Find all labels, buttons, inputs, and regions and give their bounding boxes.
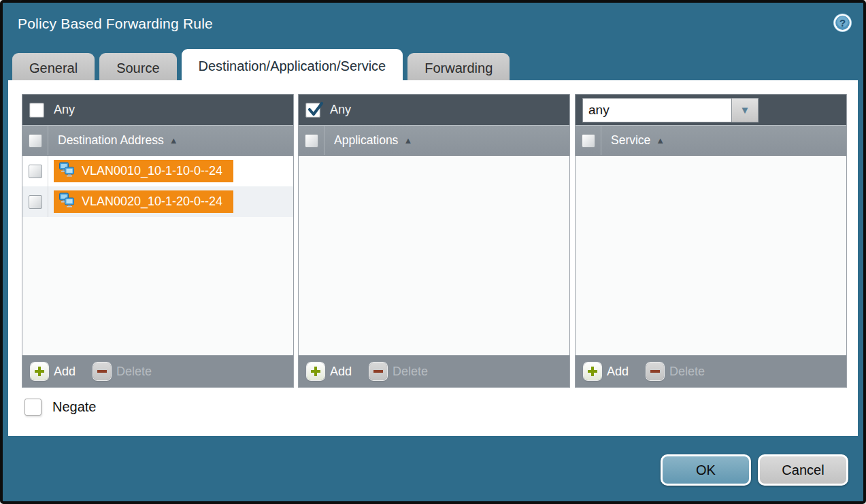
cancel-button[interactable]: Cancel <box>758 454 848 486</box>
plus-icon <box>307 363 324 380</box>
service-column-header[interactable]: Service ▲ <box>576 125 846 156</box>
service-header-label: Service <box>611 133 650 148</box>
add-button[interactable]: Add <box>31 363 76 380</box>
plus-icon <box>584 363 601 380</box>
destination-any-bar: Any <box>22 95 293 125</box>
sort-ascending-icon: ▲ <box>656 135 665 146</box>
destination-address-column: Any Destination Address ▲ <box>22 94 294 388</box>
tab-destination-application-service[interactable]: Destination/Application/Service <box>182 49 403 83</box>
service-dropdown-value[interactable]: any <box>582 98 732 122</box>
applications-header-label: Applications <box>334 133 398 148</box>
tab-source[interactable]: Source <box>99 53 176 83</box>
delete-button: Delete <box>646 363 705 380</box>
add-button[interactable]: Add <box>307 363 352 380</box>
destination-address-label: VLAN0010_10-1-10-0--24 <box>82 164 222 178</box>
help-icon[interactable]: ? <box>833 13 852 33</box>
policy-based-forwarding-dialog: Policy Based Forwarding Rule ? General S… <box>0 0 866 504</box>
row-checkbox[interactable] <box>29 165 42 178</box>
destination-select-all-checkbox[interactable] <box>29 134 42 148</box>
destination-address-entry[interactable]: VLAN0010_10-1-10-0--24 <box>54 160 233 182</box>
network-address-icon <box>59 162 76 180</box>
sort-ascending-icon: ▲ <box>403 135 412 146</box>
minus-icon <box>369 363 387 380</box>
applications-any-checkbox[interactable] <box>305 103 320 118</box>
destination-any-checkbox[interactable] <box>29 103 44 118</box>
sort-ascending-icon: ▲ <box>169 135 178 146</box>
service-any-bar: any ▼ <box>576 95 846 125</box>
table-row[interactable]: VLAN0010_10-1-10-0--24 <box>22 156 293 186</box>
minus-icon <box>93 363 111 380</box>
minus-icon <box>646 363 664 380</box>
applications-column-header[interactable]: Applications ▲ <box>299 125 569 156</box>
ok-button[interactable]: OK <box>661 454 751 486</box>
applications-toolbar: Add Delete <box>299 355 569 387</box>
applications-any-label: Any <box>330 103 351 117</box>
applications-select-all-checkbox[interactable] <box>305 134 318 148</box>
service-list <box>576 156 846 355</box>
service-dropdown[interactable]: any ▼ <box>582 98 759 122</box>
negate-label: Negate <box>52 399 97 415</box>
destination-column-header[interactable]: Destination Address ▲ <box>22 125 293 156</box>
destination-address-label: VLAN0020_10-1-20-0--24 <box>82 195 222 209</box>
destination-header-label: Destination Address <box>58 133 164 148</box>
delete-button: Delete <box>369 363 428 380</box>
tab-forwarding[interactable]: Forwarding <box>407 53 510 83</box>
service-toolbar: Add Delete <box>576 355 846 387</box>
delete-button: Delete <box>93 363 152 380</box>
destination-any-label: Any <box>54 103 75 117</box>
negate-option: Negate <box>24 399 97 416</box>
applications-column: Any Applications ▲ Add <box>298 94 570 388</box>
network-address-icon <box>59 192 76 211</box>
table-row[interactable]: VLAN0020_10-1-20-0--24 <box>22 186 293 217</box>
service-column: any ▼ Service ▲ Add <box>575 94 847 388</box>
destination-address-entry[interactable]: VLAN0020_10-1-20-0--24 <box>54 190 233 213</box>
applications-list <box>299 156 569 355</box>
row-checkbox[interactable] <box>29 195 42 209</box>
tab-bar: General Source Destination/Application/S… <box>12 49 510 83</box>
tab-content-panel: Any Destination Address ▲ <box>8 80 858 436</box>
service-select-all-checkbox[interactable] <box>582 134 595 148</box>
destination-address-list: VLAN0010_10-1-10-0--24 <box>22 156 293 355</box>
negate-checkbox[interactable] <box>24 399 41 416</box>
applications-any-bar: Any <box>299 95 569 125</box>
plus-icon <box>31 363 48 380</box>
tab-general[interactable]: General <box>12 53 95 83</box>
dialog-footer: OK Cancel <box>661 454 848 486</box>
svg-text:?: ? <box>839 17 846 29</box>
add-button[interactable]: Add <box>584 363 629 380</box>
chevron-down-icon[interactable]: ▼ <box>732 98 759 122</box>
destination-toolbar: Add Delete <box>22 355 293 387</box>
dialog-title: Policy Based Forwarding Rule <box>18 16 213 32</box>
